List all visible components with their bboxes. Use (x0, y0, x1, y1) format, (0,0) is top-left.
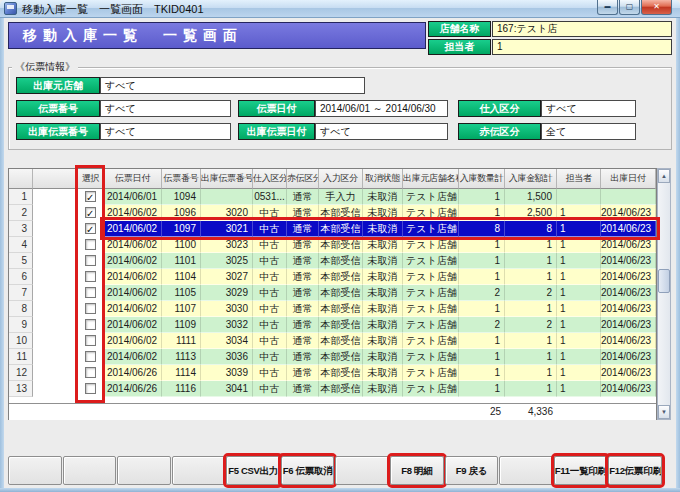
function-button[interactable]: F12伝票印刷 (608, 456, 662, 485)
vertical-scrollbar[interactable]: ▲ ▼ (657, 168, 671, 420)
table-row[interactable]: 132014/06/2611163041中古通常本部受信未取消テスト店舗1112… (9, 381, 656, 397)
function-button[interactable]: F6 伝票取消 (281, 456, 335, 485)
checkbox-cell[interactable] (78, 221, 104, 237)
function-button[interactable]: F5 CSV出力 (226, 456, 280, 485)
checkbox-cell[interactable] (78, 381, 104, 397)
slip-date-field[interactable]: 2014/06/01 ～ 2014/06/30 (315, 100, 448, 117)
column-header: 担当者 (557, 169, 601, 189)
checkbox-cell[interactable] (78, 285, 104, 301)
checkbox-cell[interactable] (78, 237, 104, 253)
maximize-button[interactable]: ▢ (619, 0, 640, 15)
blank-button-slot[interactable] (499, 456, 553, 485)
row-number: 1 (9, 189, 33, 205)
cell: 1 (459, 205, 505, 221)
store-name-field[interactable]: 167:テスト店 (492, 21, 672, 37)
table-row[interactable]: 122014/06/2611143039中古通常本部受信未取消テスト店舗1112… (9, 365, 656, 381)
checkbox-cell[interactable] (78, 365, 104, 381)
cell: 本部受信 (319, 333, 363, 349)
cell: 2014/06/26 (104, 381, 162, 397)
table-row[interactable]: 22014/06/0210963020中古通常本部受信未取消テスト店舗12,50… (9, 205, 656, 221)
totals-cell (287, 404, 319, 420)
red-slip-type-field[interactable]: 全て (541, 123, 636, 140)
scroll-down-button[interactable]: ▼ (658, 405, 670, 419)
cell: 1113 (162, 349, 201, 365)
cell: 1105 (162, 285, 201, 301)
cell: 未取消 (363, 237, 403, 253)
table-row[interactable]: 102014/06/0211113034中古通常本部受信未取消テスト店舗1112… (9, 333, 656, 349)
row-checkbox[interactable] (85, 383, 96, 394)
row-checkbox[interactable] (85, 351, 96, 362)
table-row[interactable]: 42014/06/0211003023中古通常本部受信未取消テスト店舗11120… (9, 237, 656, 253)
blank-button-slot[interactable] (8, 456, 62, 485)
cell: テスト店舗 (403, 333, 459, 349)
row-checkbox[interactable] (85, 303, 96, 314)
totals-cell (104, 404, 162, 420)
checkbox-cell[interactable] (78, 189, 104, 205)
row-checkbox[interactable] (85, 367, 96, 378)
window-titlebar[interactable]: 移動入庫一覧 一覧画面 TKID0401 (0, 0, 680, 18)
table-row[interactable]: 92014/06/0211093032中古通常本部受信未取消テスト店舗22120… (9, 317, 656, 333)
cell: 1 (459, 269, 505, 285)
cell: 未取消 (363, 189, 403, 205)
row-checkbox[interactable] (85, 239, 96, 250)
scrollbar-thumb[interactable] (658, 269, 670, 293)
cell: 1096 (162, 205, 201, 221)
cell: 1 (459, 381, 505, 397)
checkbox-cell[interactable] (78, 253, 104, 269)
table-row[interactable]: 72014/06/0211053029中古通常本部受信未取消テスト店舗22120… (9, 285, 656, 301)
table-row[interactable]: 62014/06/0211043027中古通常本部受信未取消テスト店舗11120… (9, 269, 656, 285)
blank-button-slot[interactable] (117, 456, 171, 485)
table-row[interactable]: 32014/06/0210973021中古通常本部受信未取消テスト店舗88120… (9, 221, 656, 237)
minimize-button[interactable]: ▬ (597, 0, 618, 15)
cell (33, 205, 78, 221)
row-checkbox[interactable] (85, 287, 96, 298)
cell: テスト店舗 (403, 205, 459, 221)
row-checkbox[interactable] (85, 319, 96, 330)
blank-button-slot[interactable] (63, 456, 117, 485)
cell: 1 (505, 333, 557, 349)
table-row[interactable]: 52014/06/0211013025中古通常本部受信未取消テスト店舗11120… (9, 253, 656, 269)
close-button[interactable]: ✕ (641, 0, 672, 15)
function-button[interactable]: F11一覧印刷 (554, 456, 608, 485)
staff-field[interactable]: 1 (492, 39, 672, 55)
cell: 1 (557, 381, 601, 397)
row-checkbox[interactable] (85, 335, 96, 346)
purchase-type-label: 仕入区分 (458, 100, 541, 117)
cell: 未取消 (363, 253, 403, 269)
table-header-row: 選択伝票日付伝票番号出庫伝票番号仕入区分赤伝区分入力区分取消状態出庫元店舗名称入… (9, 169, 656, 189)
checkbox-cell[interactable] (78, 269, 104, 285)
cell: 2 (459, 285, 505, 301)
blank-button-slot[interactable] (172, 456, 226, 485)
cell (33, 189, 78, 205)
row-checkbox[interactable] (85, 255, 96, 266)
cell: 本部受信 (319, 253, 363, 269)
cell: 1 (459, 365, 505, 381)
table-row[interactable]: 12014/06/0110940531...通常手入力未取消テスト店舗11,50… (9, 189, 656, 205)
function-button[interactable]: F9 戻る (445, 456, 499, 485)
out-slip-date-field[interactable]: すべて (315, 123, 448, 140)
table-row[interactable]: 82014/06/0211073030中古通常本部受信未取消テスト店舗11120… (9, 301, 656, 317)
cell: 1094 (162, 189, 201, 205)
cell: 通常 (287, 221, 319, 237)
cell (33, 285, 78, 301)
blank-button-slot[interactable] (335, 456, 389, 485)
slip-number-field[interactable]: すべて (100, 100, 231, 117)
cell: 1100 (162, 237, 201, 253)
checkbox-cell[interactable] (78, 205, 104, 221)
row-checkbox[interactable] (85, 191, 96, 202)
scroll-up-button[interactable]: ▲ (658, 169, 670, 183)
row-checkbox[interactable] (85, 207, 96, 218)
checkbox-cell[interactable] (78, 333, 104, 349)
checkbox-cell[interactable] (78, 349, 104, 365)
purchase-type-field[interactable]: すべて (541, 100, 636, 117)
cell: 1 (557, 269, 601, 285)
function-button[interactable]: F8 明細 (390, 456, 444, 485)
table-row[interactable]: 112014/06/0211133036中古通常本部受信未取消テスト店舗1112… (9, 349, 656, 365)
out-slip-number-field[interactable]: すべて (100, 123, 231, 140)
source-store-field[interactable]: すべて (100, 77, 365, 94)
row-checkbox[interactable] (85, 271, 96, 282)
checkbox-cell[interactable] (78, 301, 104, 317)
row-checkbox[interactable] (85, 223, 96, 234)
cell: 2014/06/23 (601, 221, 656, 237)
checkbox-cell[interactable] (78, 317, 104, 333)
